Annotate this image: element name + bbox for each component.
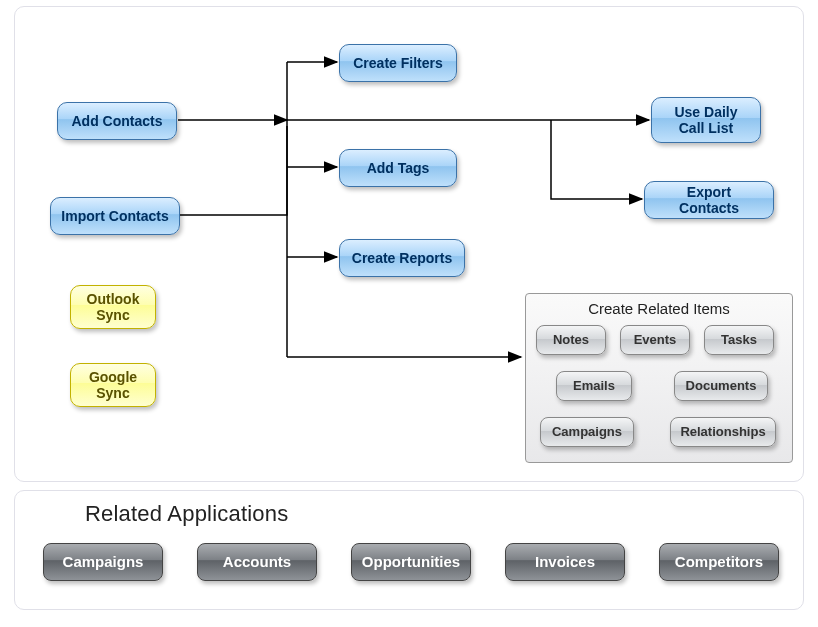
related-item-notes[interactable]: Notes <box>536 325 606 355</box>
node-add-tags[interactable]: Add Tags <box>339 149 457 187</box>
node-label: Google Sync <box>89 369 137 401</box>
related-item-campaigns[interactable]: Campaigns <box>540 417 634 447</box>
node-export-contacts[interactable]: Export Contacts <box>644 181 774 219</box>
node-label: Campaigns <box>63 553 144 570</box>
node-label: Relationships <box>680 425 765 440</box>
node-label: Campaigns <box>552 425 622 440</box>
related-item-tasks[interactable]: Tasks <box>704 325 774 355</box>
workflow-diagram-panel: Add Contacts Import Contacts Outlook Syn… <box>14 6 804 482</box>
node-use-daily-call-list[interactable]: Use Daily Call List <box>651 97 761 143</box>
node-label: Export Contacts <box>655 184 763 216</box>
node-label: Add Contacts <box>72 113 163 129</box>
node-label: Create Reports <box>352 250 452 266</box>
related-item-documents[interactable]: Documents <box>674 371 768 401</box>
app-competitors[interactable]: Competitors <box>659 543 779 581</box>
app-opportunities[interactable]: Opportunities <box>351 543 471 581</box>
node-label: Opportunities <box>362 553 460 570</box>
node-label: Competitors <box>675 553 763 570</box>
app-campaigns[interactable]: Campaigns <box>43 543 163 581</box>
node-label: Accounts <box>223 553 291 570</box>
node-label: Add Tags <box>367 160 430 176</box>
related-applications-panel: Related Applications Campaigns Accounts … <box>14 490 804 610</box>
node-label: Invoices <box>535 553 595 570</box>
node-label: Notes <box>553 333 589 348</box>
node-create-reports[interactable]: Create Reports <box>339 239 465 277</box>
node-google-sync[interactable]: Google Sync <box>70 363 156 407</box>
related-item-emails[interactable]: Emails <box>556 371 632 401</box>
node-label: Create Filters <box>353 55 442 71</box>
node-label: Events <box>634 333 677 348</box>
node-label: Outlook Sync <box>87 291 140 323</box>
node-add-contacts[interactable]: Add Contacts <box>57 102 177 140</box>
node-import-contacts[interactable]: Import Contacts <box>50 197 180 235</box>
node-label: Tasks <box>721 333 757 348</box>
node-label: Documents <box>686 379 757 394</box>
node-label: Import Contacts <box>61 208 168 224</box>
node-outlook-sync[interactable]: Outlook Sync <box>70 285 156 329</box>
node-create-filters[interactable]: Create Filters <box>339 44 457 82</box>
node-label: Emails <box>573 379 615 394</box>
related-item-events[interactable]: Events <box>620 325 690 355</box>
related-item-relationships[interactable]: Relationships <box>670 417 776 447</box>
related-items-title: Create Related Items <box>526 294 792 321</box>
node-label: Use Daily Call List <box>674 104 737 136</box>
app-accounts[interactable]: Accounts <box>197 543 317 581</box>
app-invoices[interactable]: Invoices <box>505 543 625 581</box>
related-items-group: Create Related Items Notes Events Tasks … <box>525 293 793 463</box>
related-applications-title: Related Applications <box>85 501 288 527</box>
